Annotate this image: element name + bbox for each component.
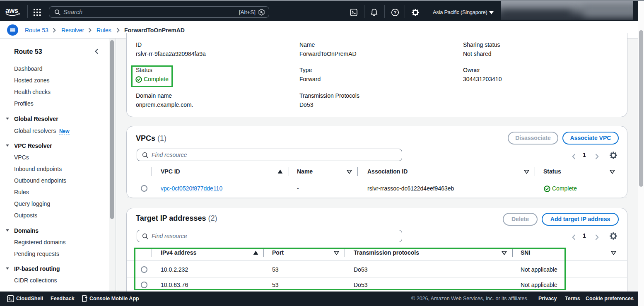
svg-text:aws: aws — [5, 7, 18, 14]
svg-text:?: ? — [393, 10, 396, 15]
